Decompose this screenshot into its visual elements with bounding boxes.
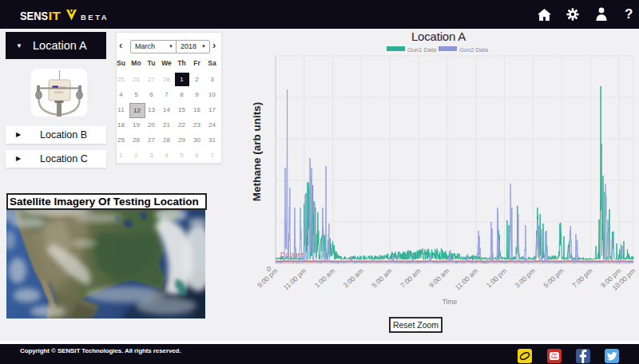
svg-text:5:00 am: 5:00 am	[370, 267, 393, 289]
svg-text:7:00 am: 7:00 am	[399, 267, 422, 289]
svg-text:9:00 am: 9:00 am	[427, 267, 450, 289]
svg-text:Tube: Tube	[551, 356, 558, 359]
svg-text:3:00 pm: 3:00 pm	[514, 267, 537, 289]
svg-text:11:00 pm: 11:00 pm	[282, 267, 308, 291]
svg-text:3:00 am: 3:00 am	[342, 267, 365, 289]
svg-text:7:00 pm: 7:00 pm	[570, 267, 593, 289]
svg-text:Methane (arb units): Methane (arb units)	[251, 102, 263, 202]
svg-text:1:00 am: 1:00 am	[313, 267, 336, 289]
svg-text:5:00 pm: 5:00 pm	[542, 267, 565, 289]
svg-text:Danger: Danger	[280, 251, 304, 259]
svg-text:Time: Time	[443, 298, 458, 306]
svg-text:1:00 pm: 1:00 pm	[485, 267, 508, 289]
svg-text:11:00 am: 11:00 am	[454, 267, 479, 291]
